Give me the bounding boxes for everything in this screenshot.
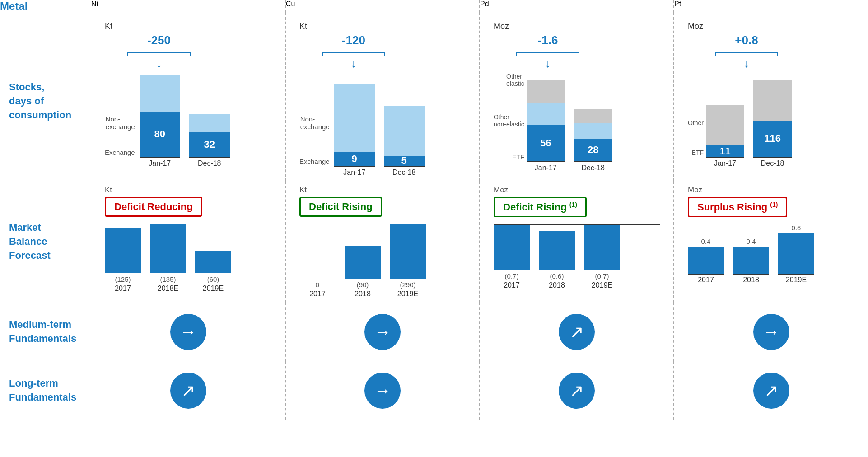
pt-label-other: Other: [688, 119, 704, 126]
ni-balance: Kt Deficit Reducing (125) 2017 (135) 2: [91, 181, 285, 303]
cu-medium-arrow: →: [364, 314, 401, 350]
pt-dec18-top: [753, 80, 792, 121]
ni-bar1-value: (125): [115, 275, 131, 283]
ni-medium-arrow: →: [170, 314, 206, 350]
cu-bar3-value: (290): [400, 281, 415, 289]
ni-long-arrow: ↗: [170, 373, 206, 409]
cu-bar1-value: 0: [316, 281, 319, 289]
pt-bar-2017: [688, 247, 724, 274]
ni-jan17-top: [140, 75, 180, 112]
ni-dec18-top: [189, 114, 230, 132]
pt-jan17-etf: 11: [706, 145, 744, 157]
ni-long-term: ↗: [91, 361, 285, 420]
pd-jan17-seg1: [527, 80, 565, 103]
pd-label-other-nonelastic: Othernon-elastic: [494, 113, 524, 128]
pt-bar2-top-label: 0.4: [747, 238, 756, 245]
cu-delta: -120: [342, 33, 365, 47]
ni-dec18-bottom: 32: [189, 132, 230, 157]
cu-dec18-date: Dec-18: [392, 168, 416, 177]
cu-jan17-baseline: [334, 166, 375, 167]
pt-arrow-down: ↓: [744, 56, 750, 70]
pd-unit: Moz: [494, 22, 660, 31]
ni-bar3-year: 2019E: [203, 284, 224, 293]
ni-label-nonexchange: Non-exchange: [106, 115, 135, 131]
pt-jan17-top: [706, 105, 744, 145]
cu-dec18-top: [384, 106, 425, 156]
pd-bar-2017: [494, 225, 530, 270]
pt-bar1-year: 2017: [698, 276, 714, 284]
pd-jan17-etf: 56: [527, 125, 565, 161]
long-term-label: Long-term Fundamentals: [0, 361, 91, 420]
cu-label-nonexchange: Non-exchange: [300, 115, 330, 131]
cu-jan17-bottom: 9: [334, 152, 375, 166]
pd-balance-badge: Deficit Rising (1): [494, 197, 587, 217]
pt-jan17-date: Jan-17: [714, 159, 736, 168]
stocks-label: Stocks, days of consumption: [0, 13, 91, 181]
ni-stocks: Kt -250 ↓ Non-exchange Exchange: [91, 13, 285, 181]
header-row: Metal Ni Cu Pd Pt: [0, 0, 868, 13]
ni-bar1-year: 2017: [115, 284, 131, 293]
market-balance-label: Market Balance Forecast: [0, 181, 91, 303]
pd-balance: Moz Deficit Rising (1) (0.7) 2017 (0.6) …: [480, 181, 674, 303]
cu-long-term: →: [285, 361, 480, 420]
header-cu: Cu: [285, 0, 480, 13]
main-table: Metal Ni Cu Pd Pt Stocks, days of consum…: [0, 0, 868, 420]
pd-balance-unit: Moz: [494, 186, 660, 195]
cu-bar3-year: 2019E: [397, 290, 418, 298]
medium-term-row: Medium-term Fundamentals → → ↗ →: [0, 303, 868, 361]
ni-arrow-down: ↓: [156, 56, 162, 70]
ni-label-exchange: Exchange: [105, 149, 135, 156]
ni-bar2-value: (135): [160, 275, 176, 283]
pd-bar2-year: 2018: [549, 281, 565, 289]
pd-dec18-seg1: [574, 109, 612, 123]
ni-bar-2018e: [150, 224, 186, 273]
pd-bar3-year: 2019E: [592, 281, 612, 289]
cu-medium-term: →: [285, 303, 480, 361]
ni-jan17-date: Jan-17: [149, 159, 171, 168]
pt-long-term: ↗: [674, 361, 868, 420]
ni-jan17-baseline: [140, 157, 180, 158]
cu-long-arrow: →: [364, 373, 401, 409]
pd-long-arrow: ↗: [559, 373, 595, 409]
pt-unit: Moz: [688, 22, 854, 31]
pd-dec18-date: Dec-18: [581, 164, 605, 172]
medium-term-label: Medium-term Fundamentals: [0, 303, 91, 361]
cu-dec18-bottom: 5: [384, 156, 425, 166]
pd-delta: -1.6: [538, 33, 558, 47]
pt-balance: Moz Surplus Rising (1) 0.4 2017 0.4: [674, 181, 868, 303]
pd-dec18-etf: 28: [574, 139, 612, 161]
market-balance-row: Market Balance Forecast Kt Deficit Reduc…: [0, 181, 868, 303]
pt-balance-unit: Moz: [688, 186, 854, 195]
pd-long-term: ↗: [480, 361, 674, 420]
pd-jan17-baseline: [527, 161, 565, 162]
pt-bar3-baseline: [778, 274, 814, 275]
pt-label-etf: ETF: [692, 149, 704, 156]
cu-bar2-year: 2018: [355, 290, 371, 298]
pd-bar2-value: (0.6): [550, 272, 564, 280]
cu-bar2-value: (90): [357, 281, 369, 289]
pt-bar2-year: 2018: [743, 276, 759, 284]
ni-bar-2017: [105, 228, 141, 273]
cu-jan17-top: [334, 84, 375, 152]
pt-bar-2018: [733, 247, 769, 274]
pt-bar2-baseline: [733, 274, 769, 275]
cu-bar1-year: 2017: [309, 290, 326, 298]
cu-unit: Kt: [299, 22, 466, 31]
pd-bar1-value: (0.7): [505, 272, 519, 280]
ni-bar3-value: (60): [207, 275, 219, 283]
pt-dec18-baseline: [753, 157, 792, 158]
ni-unit: Kt: [105, 22, 271, 31]
ni-bar2-year: 2018E: [158, 284, 178, 293]
cu-balance: Kt Deficit Rising 0 2017 (90) 2018: [285, 181, 480, 303]
cu-bar-2018: [345, 246, 381, 279]
header-pt: Pt: [674, 0, 868, 13]
pt-balance-badge: Surplus Rising (1): [688, 197, 787, 217]
pd-label-other-elastic: Otherelastic: [506, 73, 524, 87]
pd-arrow-down: ↓: [545, 56, 551, 70]
pt-stocks: Moz +0.8 ↓ Other ETF: [674, 13, 868, 181]
pt-medium-term: →: [674, 303, 868, 361]
ni-balance-unit: Kt: [105, 186, 271, 195]
pd-medium-arrow: ↗: [559, 314, 595, 350]
pt-bar3-year: 2019E: [786, 276, 807, 284]
cu-bar-2017: [299, 278, 336, 279]
